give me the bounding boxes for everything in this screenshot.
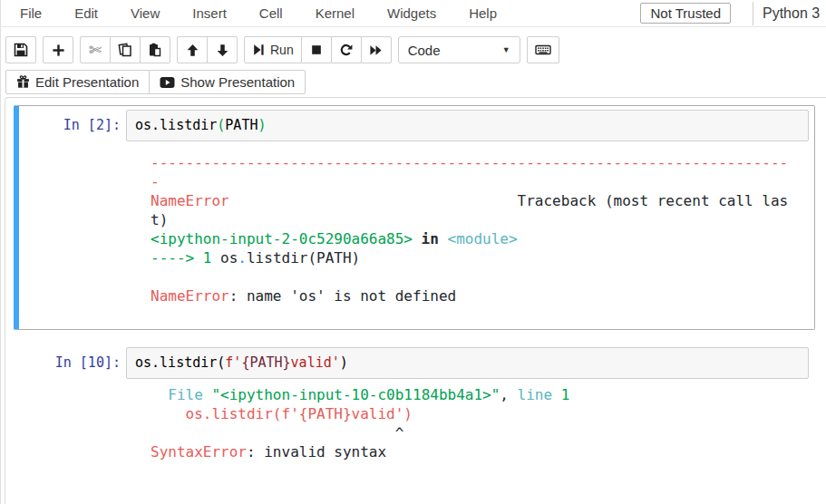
paste-cell-button[interactable]	[140, 36, 170, 63]
edit-presentation-label: Edit Presentation	[35, 74, 139, 90]
save-icon	[14, 43, 28, 57]
cell-type-select[interactable]: Code ▼	[398, 36, 520, 63]
keyboard-icon	[535, 43, 551, 57]
scissors-icon: ✄	[89, 43, 102, 58]
step-forward-icon	[252, 44, 265, 56]
menu-right: Not Trusted Python 3	[640, 2, 826, 25]
input-prompt: In [2]:	[24, 117, 121, 133]
command-palette-button[interactable]	[527, 36, 559, 63]
menu-bar: File Edit View Insert Cell Kernel Widget…	[1, 0, 826, 27]
menu-items: File Edit View Insert Cell Kernel Widget…	[1, 5, 497, 21]
plus-icon	[52, 44, 65, 57]
cell-input-row: In [10]: os.listdir(f'{PATH}valid')	[24, 347, 809, 379]
fast-forward-icon	[369, 44, 383, 57]
stop-icon	[310, 44, 323, 56]
run-button-label: Run	[270, 43, 294, 57]
show-presentation-label: Show Presentation	[180, 74, 295, 90]
copy-icon	[118, 43, 132, 57]
run-cell-button[interactable]: Run	[244, 36, 302, 63]
main-toolbar: ✄ Run	[1, 27, 826, 68]
arrow-up-icon	[186, 44, 199, 57]
kernel-divider	[753, 2, 753, 25]
chevron-down-icon: ▼	[502, 45, 510, 54]
restart-run-all-button[interactable]	[361, 36, 392, 63]
edit-presentation-button[interactable]: Edit Presentation	[5, 70, 150, 94]
cut-cell-button[interactable]: ✄	[80, 36, 111, 63]
restart-kernel-button[interactable]	[331, 36, 362, 63]
add-cell-button[interactable]	[43, 36, 73, 63]
error-output-syntaxerror: File "<ipython-input-10-c0b1184bb4a1>", …	[151, 379, 809, 469]
code-input-area[interactable]: os.listdir(f'{PATH}valid')	[126, 347, 809, 379]
notebook-area: In [2]: os.listdir(PATH) ---------------…	[5, 97, 826, 504]
menu-insert[interactable]: Insert	[192, 5, 227, 21]
arrow-down-icon	[216, 44, 229, 57]
input-prompt: In [10]:	[24, 354, 121, 371]
cell-type-selected-value: Code	[408, 43, 441, 58]
copy-cell-button[interactable]	[110, 36, 141, 63]
menu-kernel[interactable]: Kernel	[316, 5, 355, 21]
presentation-toolbar: Edit Presentation Show Presentation	[1, 68, 826, 97]
save-button[interactable]	[5, 36, 36, 63]
clipboard-paste-icon	[148, 43, 162, 57]
code-input-area[interactable]: os.listdir(PATH)	[126, 110, 809, 141]
code-cell-10[interactable]: In [10]: os.listdir(f'{PATH}valid') File…	[14, 343, 815, 473]
show-presentation-button[interactable]: Show Presentation	[149, 70, 306, 94]
interrupt-kernel-button[interactable]	[301, 36, 332, 63]
gift-icon	[16, 75, 30, 89]
menu-view[interactable]: View	[131, 5, 160, 21]
menu-help[interactable]: Help	[469, 5, 497, 21]
trust-status-button[interactable]: Not Trusted	[640, 3, 731, 24]
code-line: os.listdir(f'{PATH}valid')	[135, 354, 800, 372]
error-output-nameerror: ----------------------------------------…	[151, 141, 809, 325]
menu-file[interactable]: File	[20, 5, 42, 21]
kernel-name: Python 3	[763, 5, 826, 22]
move-cell-down-button[interactable]	[207, 36, 238, 63]
menu-widgets[interactable]: Widgets	[387, 5, 436, 21]
play-presentation-icon	[160, 76, 175, 89]
code-line: os.listdir(PATH)	[135, 117, 800, 134]
menu-edit[interactable]: Edit	[74, 5, 98, 21]
code-cell-2[interactable]: In [2]: os.listdir(PATH) ---------------…	[14, 105, 815, 330]
move-cell-up-button[interactable]	[177, 36, 208, 63]
menu-cell[interactable]: Cell	[259, 5, 283, 21]
cell-input-row: In [2]: os.listdir(PATH)	[24, 110, 809, 141]
restart-icon	[339, 44, 353, 57]
